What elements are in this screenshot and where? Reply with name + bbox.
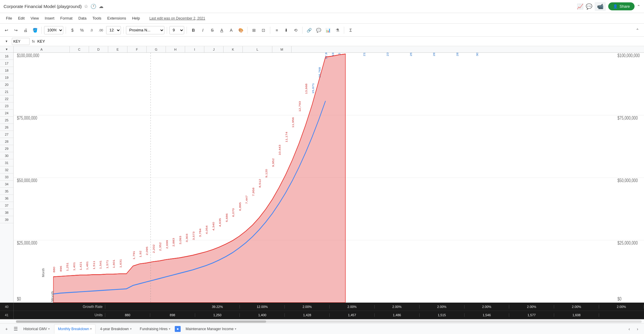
comment-icon[interactable]: 💬 [586, 3, 592, 10]
valign-button[interactable]: ⬇ [282, 26, 290, 34]
row-num-28[interactable]: 28 [0, 138, 13, 145]
scrollbar-track[interactable] [16, 320, 642, 323]
cloud-icon[interactable]: ☁ [99, 4, 103, 9]
redo-button[interactable]: ↪ [12, 26, 20, 34]
history-icon[interactable]: 🕐 [90, 4, 96, 9]
star-icon[interactable]: ☆ [84, 4, 88, 9]
scrollbar-thumb[interactable] [16, 320, 266, 323]
row-num-27[interactable]: 27 [0, 131, 13, 138]
bold-button[interactable]: B [189, 26, 198, 34]
row-num-32[interactable]: 32 [0, 166, 13, 174]
prev-tab-button[interactable]: ‹ [625, 325, 633, 333]
meet-icon[interactable]: 📹 [595, 2, 606, 11]
next-tab-button[interactable]: › [633, 325, 642, 333]
col-header-F[interactable]: F [127, 46, 147, 52]
formula-input[interactable] [37, 38, 642, 45]
col-header-D[interactable]: D [89, 46, 108, 52]
row-num-33[interactable]: 33 [0, 174, 13, 181]
hamburger-icon[interactable]: ☰ [12, 326, 20, 332]
row-num-34[interactable]: 34 [0, 181, 13, 188]
col-header-L[interactable]: L [243, 46, 272, 52]
row-num-23[interactable]: 23 [0, 102, 13, 110]
underline-button[interactable]: A [218, 26, 226, 34]
row-num-36[interactable]: 36 [0, 195, 13, 202]
row-num-30[interactable]: 30 [0, 152, 13, 159]
row-num-31[interactable]: 31 [0, 159, 13, 166]
wrap-button[interactable]: ⟲ [292, 26, 300, 34]
cell-reference-input[interactable] [12, 38, 30, 45]
share-button[interactable]: 👤 Share [608, 2, 635, 10]
tab-monthly-breakdown-arrow[interactable]: ▾ [90, 327, 92, 330]
chart-icon[interactable]: 📈 [577, 3, 583, 10]
col-header-G[interactable]: G [147, 46, 166, 52]
tab-fundraising-hires[interactable]: Fundraising Hires ▾ [136, 324, 174, 334]
menu-tools[interactable]: Tools [90, 15, 103, 22]
italic-button[interactable]: I [199, 26, 207, 34]
row-num-17[interactable]: 17 [0, 60, 13, 67]
collapse-icon[interactable]: ⌃ [637, 4, 640, 9]
merge-button[interactable]: ⊡ [259, 26, 268, 34]
row-num-35[interactable]: 35 [0, 188, 13, 195]
font-select[interactable]: Proxima N... [126, 26, 164, 34]
menu-format[interactable]: Format [58, 15, 75, 22]
tab-historical-gmv[interactable]: Historical GMV ▾ [20, 324, 54, 334]
row-num-37[interactable]: 37 [0, 202, 13, 209]
col-header-I[interactable]: I [185, 46, 204, 52]
col-header-C[interactable]: C [70, 46, 89, 52]
borders-button[interactable]: ⊞ [250, 26, 258, 34]
horizontal-scrollbar[interactable] [0, 319, 644, 323]
currency-button[interactable]: $ [68, 26, 77, 34]
tab-4year-breakdown[interactable]: 4-year Breakdown ▾ [96, 324, 135, 334]
row-num-22[interactable]: 22 [0, 95, 13, 102]
tab-fundraising-hires-arrow[interactable]: ▾ [169, 327, 170, 330]
col-header-H[interactable]: H [166, 46, 185, 52]
row-num-38[interactable]: 38 [0, 209, 13, 216]
add-sheet-button[interactable]: + [2, 325, 11, 333]
zoom-select[interactable]: 100% [44, 26, 63, 34]
fontsize-select[interactable]: 9 [169, 26, 184, 34]
text-color-button[interactable]: A [227, 26, 235, 34]
tab-monthly-breakdown[interactable]: Monthly Breakdown ▾ [54, 324, 96, 334]
percent-button[interactable]: % [78, 26, 86, 34]
row-num-16[interactable]: 16 [0, 53, 13, 60]
tab-4year-breakdown-arrow[interactable]: ▾ [130, 327, 132, 330]
row-num-26[interactable]: 26 [0, 124, 13, 131]
row-num-20[interactable]: 20 [0, 81, 13, 88]
menu-help[interactable]: Help [130, 15, 142, 22]
function-button[interactable]: Σ [347, 26, 355, 34]
col-header-M[interactable]: M [272, 46, 292, 52]
menu-extensions[interactable]: Extensions [105, 15, 129, 22]
halign-button[interactable]: ≡ [273, 26, 281, 34]
row-num-21[interactable]: 21 [0, 88, 13, 95]
row-num-24[interactable]: 24 [0, 110, 13, 117]
row-num-18[interactable]: 18 [0, 67, 13, 74]
row-num-19[interactable]: 19 [0, 74, 13, 81]
col-header-A[interactable]: A [14, 46, 70, 52]
menu-view[interactable]: View [28, 15, 41, 22]
col-header-K[interactable]: K [224, 46, 243, 52]
row-num-39[interactable]: 39 [0, 216, 13, 223]
explore-button[interactable]: ⌃ [633, 26, 642, 34]
fill-color-button[interactable]: 🎨 [237, 26, 245, 34]
strikethrough-button[interactable]: S [208, 26, 216, 34]
cell-selector-toggle[interactable]: ▼ [2, 37, 11, 46]
link-button[interactable]: 🔗 [305, 26, 313, 34]
comment-btn[interactable]: 💬 [314, 26, 323, 34]
filter-button[interactable]: ⚗ [333, 26, 342, 34]
corner-cell[interactable]: ▼ [0, 46, 14, 52]
menu-insert[interactable]: Insert [42, 15, 57, 22]
menu-file[interactable]: File [4, 15, 14, 22]
tab-historical-gmv-arrow[interactable]: ▾ [48, 327, 50, 330]
tab-maintenance-manager-income[interactable]: Maintenance Manager Income ▾ [182, 324, 240, 334]
decimal00-button[interactable]: .00 [97, 26, 105, 34]
chart-btn[interactable]: 📊 [324, 26, 332, 34]
menu-edit[interactable]: Edit [16, 15, 27, 22]
format-select[interactable]: 123 [106, 26, 121, 34]
decimal0-button[interactable]: .0 [87, 26, 96, 34]
undo-button[interactable]: ↩ [2, 26, 11, 34]
menu-data[interactable]: Data [76, 15, 89, 22]
tab-maintenance-manager-income-arrow[interactable]: ▾ [235, 327, 236, 330]
row-num-25[interactable]: 25 [0, 117, 13, 124]
col-header-E[interactable]: E [108, 46, 127, 52]
col-header-J[interactable]: J [204, 46, 224, 52]
